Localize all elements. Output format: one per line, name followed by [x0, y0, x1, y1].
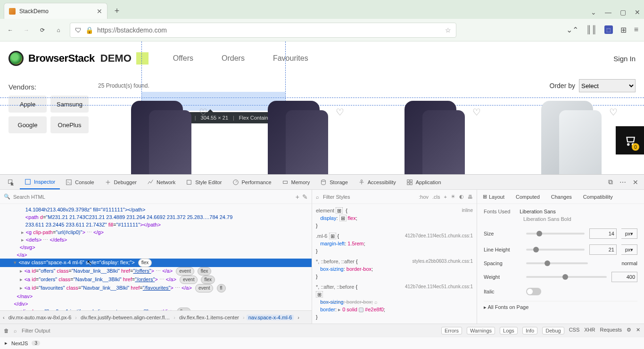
cat-warnings[interactable]: Warnings — [467, 327, 495, 334]
product-card[interactable]: ♡ — [98, 101, 216, 171]
tab-network[interactable]: Network — [142, 175, 180, 189]
line-height-value[interactable]: 21 — [589, 244, 617, 255]
side-tab-computed[interactable]: Computed — [510, 190, 545, 203]
tab-memory[interactable]: Memory — [277, 175, 315, 189]
heart-icon[interactable]: ♡ — [199, 106, 207, 118]
vendor-chip-samsung[interactable]: Samsung — [50, 96, 89, 113]
window-minimize-icon[interactable]: — — [605, 8, 611, 16]
eyedropper-icon[interactable]: ✎ — [302, 193, 308, 201]
cls-toggle[interactable]: .cls — [432, 194, 440, 200]
back-button[interactable]: ← — [6, 25, 15, 35]
reload-button[interactable]: ⟳ — [38, 25, 47, 35]
bookmark-star-icon[interactable]: ☆ — [445, 26, 451, 34]
cat-errors[interactable]: Errors — [441, 327, 462, 334]
close-tab-icon[interactable]: ✕ — [97, 8, 102, 15]
console-body[interactable]: ▸ NextJS 3 — [0, 337, 644, 349]
vendor-chip-oneplus[interactable]: OnePlus — [50, 116, 89, 133]
tab-favicon — [9, 8, 16, 15]
shield-icon[interactable]: 🛡 — [75, 26, 82, 34]
font-size-value[interactable]: 14 — [589, 228, 617, 239]
svg-rect-10 — [410, 179, 412, 181]
app-menu-icon[interactable]: ≡ — [634, 25, 638, 34]
tab-style-editor[interactable]: Style Editor — [181, 175, 226, 189]
browser-tab[interactable]: StackDemo ✕ — [4, 3, 107, 19]
console-toolbar: 🗑 ⌕ Errors Warnings Logs Info Debug CSS … — [0, 324, 644, 337]
devtools-menu-icon[interactable]: ⋯ — [617, 179, 629, 186]
cat-requests[interactable]: Requests — [600, 327, 622, 334]
filter-output-input[interactable] — [22, 328, 87, 333]
nav-offers[interactable]: Offers — [173, 54, 193, 63]
cat-logs[interactable]: Logs — [500, 327, 518, 334]
tab-accessibility[interactable]: Accessibility — [354, 175, 401, 189]
html-tree[interactable]: 14.1084h213.408v29.3798z" fill="#111111"… — [0, 204, 312, 310]
tab-debugger[interactable]: Debugger — [100, 175, 141, 189]
order-by-select[interactable]: Select — [579, 79, 636, 92]
side-tab-layout[interactable]: ⊞Layout — [477, 190, 510, 203]
expand-icon[interactable]: ▸ — [5, 340, 8, 346]
cat-css[interactable]: CSS — [569, 327, 580, 334]
window-close-icon[interactable]: ✕ — [635, 8, 640, 16]
hov-toggle[interactable]: :hov — [419, 194, 429, 200]
dark-scheme-icon[interactable]: ◐ — [459, 194, 464, 200]
side-tab-compat[interactable]: Compatibility — [578, 190, 619, 203]
tab-console[interactable]: Console — [61, 175, 99, 189]
signin-link[interactable]: Sign In — [613, 55, 636, 63]
cat-info[interactable]: Info — [522, 327, 537, 334]
product-card[interactable]: ♡ — [508, 101, 626, 171]
url-bar[interactable]: 🛡 🔒 https://bstackdemo.com ☆ — [70, 23, 456, 38]
library-icon[interactable]: ║║ — [586, 25, 597, 34]
print-icon[interactable]: 🖶 — [468, 194, 473, 200]
crumb: div.flex.flex-1.items-center — [177, 315, 241, 320]
cart-button[interactable]: 0 — [616, 126, 644, 154]
cat-xhr[interactable]: XHR — [584, 327, 595, 334]
window-maximize-icon[interactable]: ▢ — [620, 8, 626, 16]
crumb-next-icon[interactable]: › — [297, 315, 299, 320]
console-settings-icon[interactable]: ⚙ — [627, 327, 631, 334]
add-rule-icon[interactable]: + — [444, 194, 447, 200]
crumb-prev-icon[interactable]: ‹ — [3, 315, 5, 320]
svg-rect-4 — [66, 179, 72, 185]
nav-favourites[interactable]: Favourites — [273, 54, 308, 63]
tab-application[interactable]: Application — [402, 175, 446, 189]
search-html-input[interactable] — [13, 194, 293, 200]
vendor-chip-apple[interactable]: Apple — [8, 96, 47, 113]
tab-title: StackDemo — [19, 8, 93, 15]
heart-icon[interactable]: ♡ — [472, 106, 481, 118]
product-card[interactable]: ♡ — [372, 101, 489, 171]
breadcrumb[interactable]: ‹ div.mx-auto.max-w-8xl.px-6› div.flex.j… — [0, 310, 312, 324]
tabs-dropdown-icon[interactable]: ⌄ — [591, 8, 596, 16]
nav-orders[interactable]: Orders — [222, 54, 245, 63]
rules-body[interactable]: element ⊞ {inline display: ⊞ flex; } .ml… — [312, 204, 477, 324]
italic-row: Italic — [484, 288, 637, 295]
add-node-icon[interactable]: + — [296, 193, 299, 201]
pocket-icon[interactable]: ⌄⌃ — [566, 25, 578, 34]
tab-storage[interactable]: Storage — [315, 175, 353, 189]
product-card[interactable]: ♡ — [235, 101, 353, 171]
clear-console-icon[interactable]: 🗑 — [4, 328, 9, 333]
italic-toggle[interactable] — [526, 288, 541, 295]
font-size-unit[interactable]: px ▾ — [621, 228, 637, 239]
extension-icon[interactable]: ⬚ — [604, 25, 613, 34]
weight-value[interactable]: 400 — [611, 272, 637, 282]
heart-icon[interactable]: ♡ — [336, 106, 344, 118]
new-tab-button[interactable]: + — [110, 4, 124, 17]
line-height-row: Line Height 21 px ▾ — [484, 244, 637, 255]
heart-icon[interactable]: ♡ — [609, 106, 618, 118]
selected-node[interactable]: ▾<nav class="space-x-4 ml-6" s↖tyle="dis… — [0, 259, 312, 267]
side-tab-changes[interactable]: Changes — [545, 190, 578, 203]
console-close-icon[interactable]: ✕ — [636, 327, 640, 334]
vendor-chip-google[interactable]: Google — [8, 116, 47, 133]
tab-inspector[interactable]: Inspector — [20, 175, 60, 189]
responsive-mode-icon[interactable]: ⧉ — [605, 178, 616, 186]
filter-styles-input[interactable] — [323, 194, 415, 200]
pick-element-icon[interactable] — [3, 175, 19, 189]
tab-performance[interactable]: Performance — [228, 175, 276, 189]
extensions-icon[interactable]: ⊞ — [620, 25, 627, 34]
devtools-close-icon[interactable]: ✕ — [630, 179, 641, 186]
all-fonts-accordion[interactable]: ▸ All Fonts on Page — [484, 301, 637, 310]
light-scheme-icon[interactable]: ☀ — [451, 194, 455, 200]
home-button[interactable]: ⌂ — [54, 25, 63, 35]
line-height-unit[interactable]: px ▾ — [621, 244, 637, 255]
lock-icon[interactable]: 🔒 — [85, 26, 93, 34]
cat-debug[interactable]: Debug — [542, 327, 564, 334]
